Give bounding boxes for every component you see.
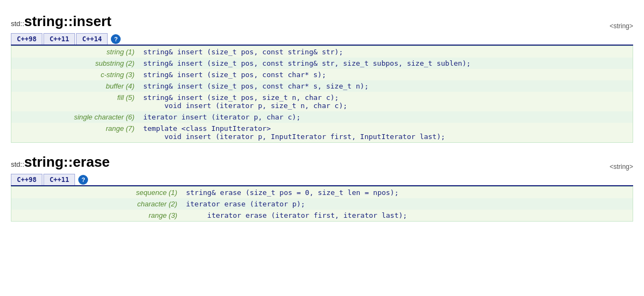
erase-row-code: iterator erase (iterator p); [182,198,633,210]
insert-row-code: string& insert (size_t pos, const char* … [139,80,633,92]
erase-help-icon[interactable]: ? [78,175,88,185]
table-row: c-string (3)string& insert (size_t pos, … [11,69,633,80]
table-row: substring (2)string& insert (size_t pos,… [11,58,633,69]
insert-code-table: string (1)string& insert (size_t pos, co… [11,46,633,143]
erase-row-label: sequence (1) [11,187,182,199]
insert-tab-cpp11[interactable]: C++11 [43,33,75,45]
erase-row-label: range (3) [11,210,182,222]
insert-row-label: c-string (3) [11,69,139,80]
insert-tab-cpp98[interactable]: C++98 [11,33,42,45]
erase-header: std::string::erase <string> [11,154,633,171]
erase-row-code: string& erase (size_t pos = 0, size_t le… [182,187,633,199]
erase-section: std::string::erase <string> C++98 C++11 … [11,154,633,222]
erase-std-prefix: std:: [11,160,24,168]
insert-row-code: string& insert (size_t pos, const char* … [139,69,633,80]
erase-function-name: string::erase [24,154,110,170]
table-row: sequence (1)string& erase (size_t pos = … [11,187,633,199]
insert-std-prefix: std:: [11,20,24,28]
erase-tabs: C++98 C++11 ? [11,174,633,186]
insert-section: std::string::insert <string> C++98 C++11… [11,13,633,143]
insert-tab-cpp14[interactable]: C++14 [76,33,108,45]
table-row: single character (6)iterator insert (ite… [11,111,633,123]
insert-row-code: iterator insert (iterator p, char c); [139,111,633,123]
insert-help-icon[interactable]: ? [111,34,121,44]
erase-row-label: character (2) [11,198,182,210]
table-row: string (1)string& insert (size_t pos, co… [11,46,633,58]
erase-string-link[interactable]: <string> [610,163,633,171]
insert-row-label: fill (5) [11,92,139,111]
insert-row-code: string& insert (size_t pos, const string… [139,58,633,69]
insert-row-label: single character (6) [11,111,139,123]
table-row: buffer (4)string& insert (size_t pos, co… [11,80,633,92]
erase-title: std::string::erase [11,154,110,171]
insert-row-code: string& insert (size_t pos, size_t n, ch… [139,92,633,111]
insert-function-name: string::insert [24,13,111,29]
table-row: character (2)iterator erase (iterator p)… [11,198,633,210]
table-row: fill (5)string& insert (size_t pos, size… [11,92,633,111]
insert-row-label: substring (2) [11,58,139,69]
insert-row-label: string (1) [11,46,139,58]
insert-row-code: template <class InputIterator> void inse… [139,123,633,143]
erase-code-table: sequence (1)string& erase (size_t pos = … [11,186,633,222]
insert-row-code: string& insert (size_t pos, const string… [139,46,633,58]
insert-row-label: range (7) [11,123,139,143]
insert-header: std::string::insert <string> [11,13,633,30]
table-row: range (7)template <class InputIterator> … [11,123,633,143]
erase-tab-cpp98[interactable]: C++98 [11,174,42,185]
insert-tabs: C++98 C++11 C++14 ? [11,33,633,46]
erase-tab-cpp11[interactable]: C++11 [43,174,75,185]
insert-title: std::string::insert [11,13,111,30]
erase-row-code: iterator erase (iterator first, iterator… [182,210,633,222]
insert-row-label: buffer (4) [11,80,139,92]
table-row: range (3) iterator erase (iterator first… [11,210,633,222]
insert-string-link[interactable]: <string> [610,22,633,30]
